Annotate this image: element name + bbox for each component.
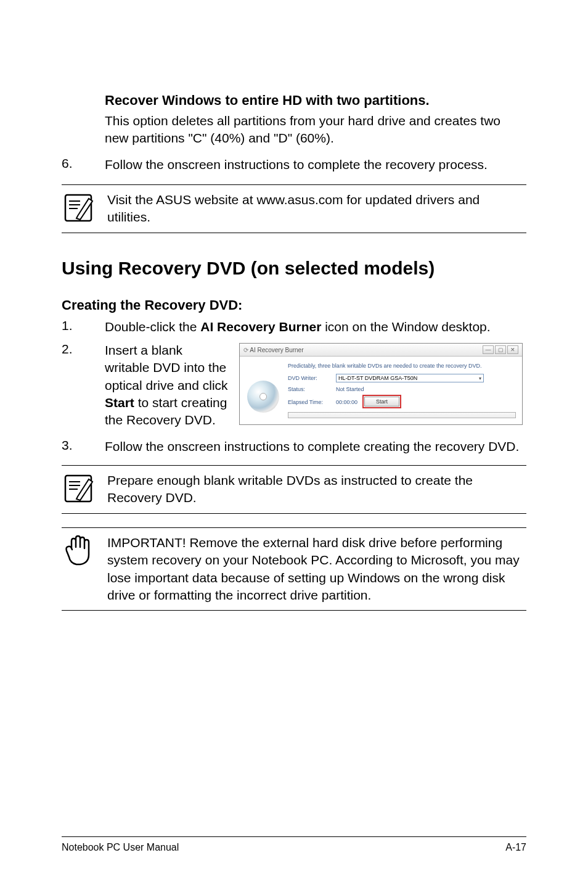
bold-span: AI Recovery Burner (200, 320, 321, 334)
step-number: 3. (62, 438, 105, 453)
disc-icon (247, 381, 279, 413)
maximize-button[interactable]: ▢ (495, 345, 506, 354)
chevron-down-icon: ▾ (479, 376, 481, 381)
app-message: Predictably, three blank writable DVDs a… (288, 363, 516, 369)
note-box: Prepare enough blank writable DVDs as in… (62, 465, 526, 514)
app-window: ⟳ AI Recovery Burner — ▢ ✕ Predictably, … (239, 343, 523, 425)
important-box: IMPORTANT! Remove the external hard disk… (62, 527, 526, 611)
start-button-highlight: Start (362, 395, 401, 408)
step-body: Insert a blank writable DVD into the opt… (105, 342, 228, 429)
note-icon (62, 472, 95, 505)
option-title: Recover Windows to entire HD with two pa… (105, 93, 526, 109)
step-number: 2. (62, 342, 105, 357)
titlebar: ⟳ AI Recovery Burner — ▢ ✕ (240, 344, 522, 357)
elapsed-label: Elapsed Time: (288, 399, 336, 405)
progress-bar (288, 412, 516, 418)
note-icon (62, 191, 95, 225)
step-body: Follow the onscreen instructions to comp… (105, 438, 526, 455)
start-button[interactable]: Start (364, 397, 399, 406)
footer-left: Notebook PC User Manual (62, 842, 179, 853)
text-span: icon on the Window desktop. (321, 320, 490, 334)
combo-value: HL-DT-ST DVDRAM GSA-T50N (338, 375, 417, 381)
status-label: Status: (288, 386, 336, 392)
status-value: Not Started (336, 386, 364, 392)
hand-icon (62, 534, 95, 567)
step-number: 1. (62, 318, 105, 333)
important-text: IMPORTANT! Remove the external hard disk… (107, 534, 526, 604)
text-span: Double-click the (105, 320, 200, 334)
bold-span: Start (105, 395, 134, 410)
option-body: This option deletes all partitions from … (105, 112, 526, 147)
sub-heading: Creating the Recovery DVD: (62, 297, 526, 313)
step-body: Double-click the AI Recovery Burner icon… (105, 318, 526, 336)
writer-label: DVD Writer: (288, 375, 336, 381)
text-span: Insert a blank writable DVD into the opt… (105, 343, 228, 392)
section-heading: Using Recovery DVD (on selected models) (62, 258, 526, 279)
close-button[interactable]: ✕ (507, 345, 518, 354)
window-title: ⟳ AI Recovery Burner (243, 347, 304, 353)
writer-combo[interactable]: HL-DT-ST DVDRAM GSA-T50N ▾ (336, 374, 484, 382)
note-text: Visit the ASUS website at www.asus.com f… (107, 191, 526, 226)
elapsed-value: 00:00:00 (336, 399, 357, 405)
footer-right: A-17 (505, 842, 526, 853)
note-box: Visit the ASUS website at www.asus.com f… (62, 184, 526, 233)
minimize-button[interactable]: — (483, 345, 494, 354)
step-body: Follow the onscreen instructions to comp… (105, 156, 526, 173)
page-footer: Notebook PC User Manual A-17 (62, 836, 526, 853)
step-number: 6. (62, 156, 105, 171)
note-text: Prepare enough blank writable DVDs as in… (107, 472, 526, 507)
